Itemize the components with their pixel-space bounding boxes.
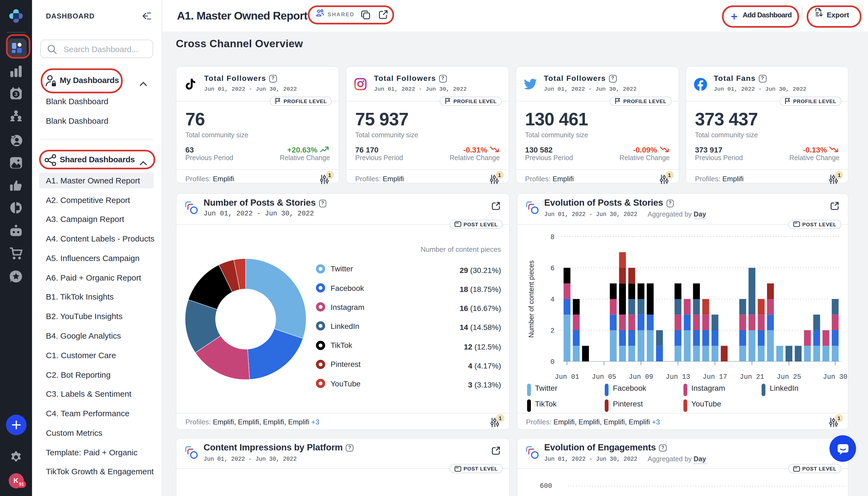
svg-text:2: 2 [550,327,554,335]
svg-text:Jun 25: Jun 25 [776,373,801,381]
svg-text:3: 3 [14,91,18,97]
svg-text:Jun 01: Jun 01 [555,373,579,381]
svg-text:Jun 13: Jun 13 [666,373,690,381]
svg-text:Number of content pieces: Number of content pieces [527,261,535,338]
svg-text:6: 6 [550,265,554,273]
svg-text:Jun 05: Jun 05 [591,373,616,381]
svg-text:8: 8 [550,233,554,241]
svg-text:0: 0 [550,358,554,366]
svg-text:Jun 30: Jun 30 [823,373,847,381]
svg-text:Jun 21: Jun 21 [739,373,764,381]
svg-text:Jun 09: Jun 09 [629,373,653,381]
svg-text:4: 4 [550,296,554,304]
svg-text:Jun 17: Jun 17 [702,373,727,381]
